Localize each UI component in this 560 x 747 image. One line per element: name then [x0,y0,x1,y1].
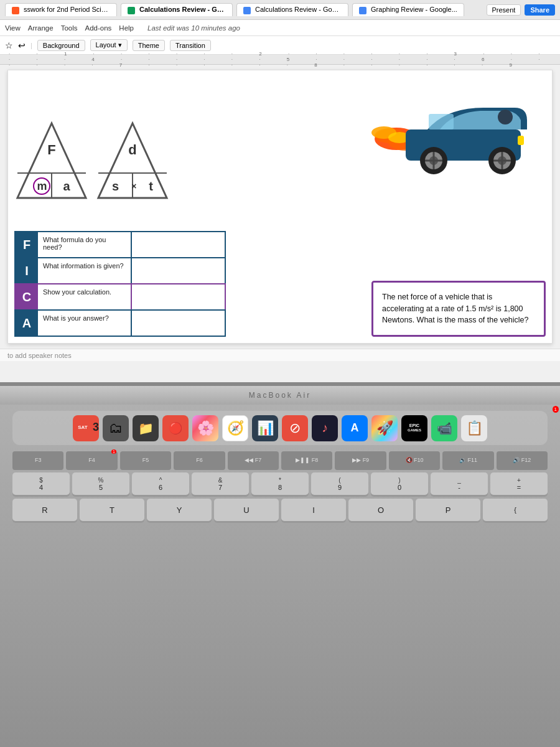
key-6-caret[interactable]: ^6 [132,472,189,495]
key-f10[interactable]: 🔇 F10 [389,451,440,469]
transition-button[interactable]: Transition [170,40,211,51]
menu-addons[interactable]: Add-ons [85,24,112,32]
tab-icon-calc2 [243,7,251,14]
key-f8[interactable]: ▶❚❚ F8 [281,451,332,469]
key-i[interactable]: I [281,499,346,521]
tab-graphing[interactable]: Graphing Review - Google... [352,3,464,16]
speaker-notes[interactable]: to add speaker notes [0,349,560,361]
key-u[interactable]: U [214,499,279,521]
dock-badge-app[interactable]: 🔴 [162,415,189,441]
theme-button[interactable]: Theme [133,40,165,51]
menu-view[interactable]: View [5,24,21,32]
fica-row-f: F What formula do you need? [14,231,226,257]
fica-desc-f: What formula do you need? [38,232,132,257]
dock-stats[interactable]: 📊 [252,415,278,441]
fica-answer-a[interactable] [132,311,225,336]
present-button[interactable]: Present [487,4,521,16]
key-f7[interactable]: ◀◀ F7 [228,451,279,469]
key-8-asterisk[interactable]: *8 [251,472,309,495]
layout-button[interactable]: Layout ▾ [90,39,128,51]
key-0-rparen[interactable]: )0 [371,472,428,495]
dock-calendar[interactable]: SAT3 [73,415,99,441]
problem-text: The net force of a vehicle that is accel… [382,293,529,325]
tri-a-label: a [63,177,70,195]
tri-top-d: d [128,142,136,158]
number-key-row: $4 %5 ^6 &7 *8 (9 )0 _- += [12,472,548,495]
key-4-dollar[interactable]: $4 [12,472,70,495]
dock-facetime[interactable]: 📹 [431,415,457,441]
key-f6[interactable]: F6 [174,451,225,469]
car-illustration [371,77,546,176]
key-o[interactable]: O [348,499,413,521]
tab-icon-homework [12,7,19,14]
tri-bottom-dst: s × t [112,177,153,195]
fica-answer-i[interactable] [132,258,225,283]
tab-homework[interactable]: sswork for 2nd Period Science 9:... [5,3,117,16]
dock-safari[interactable]: 🧭 [222,415,248,441]
dock-launchpad[interactable]: 🚀 [371,415,398,441]
dock-photos[interactable]: 🌸 [192,415,218,441]
key-5-percent[interactable]: %5 [72,472,129,495]
triangle-fma-labels: F m a [14,120,89,201]
fica-answer-f[interactable] [132,232,225,257]
key-lbrace[interactable]: { [483,499,548,521]
qwerty-row: R T Y U I O P { [12,499,548,521]
fica-letter-f: F [16,232,38,257]
background-button[interactable]: Background [37,40,85,51]
dock-music[interactable]: ♪ [312,415,338,441]
tab-calc-review-1[interactable]: Calculations Review - Google Slides [121,3,233,16]
tab-icon-graph [359,7,366,14]
menu-help[interactable]: Help [119,24,134,32]
key-9-lparen[interactable]: (9 [311,472,368,495]
key-t[interactable]: T [80,499,144,521]
fica-letter-a: A [16,311,38,336]
key-f12[interactable]: 🔊 F12 [497,451,548,469]
tri-times: × [131,177,136,195]
tab-calc-review-2[interactable]: Calculations Review - Google Slides [236,3,348,16]
tri-top-f: F [47,142,55,158]
function-key-row: F3 F41 F5 F6 ◀◀ F7 ▶❚❚ F8 ▶▶ F9 🔇 F10 🔉 … [12,451,548,469]
tab-icon-calc1 [128,7,135,14]
key-p[interactable]: P [416,499,480,521]
key-r[interactable]: R [12,499,77,521]
key-y[interactable]: Y [147,499,212,521]
dock-finder[interactable]: 🗂 [103,415,129,441]
dock-folder-badge[interactable]: 📁1 [133,415,159,441]
key-7-amp[interactable]: &7 [192,472,249,495]
key-minus[interactable]: _- [431,472,488,495]
dock-appstore[interactable]: A [342,415,368,441]
key-f4[interactable]: F41 [66,451,117,469]
triangle-dst-labels: d s × t [95,120,170,201]
toolbar-icon-star: ☆ [5,40,13,50]
key-f9[interactable]: ▶▶ F9 [335,451,386,469]
fica-desc-a: What is your answer? [38,311,132,336]
browser-tab-bar: sswork for 2nd Period Science 9:... Calc… [0,0,560,20]
fica-row-c: C Show your calculation. [14,283,226,309]
laptop-bezel: MacBook Air [0,386,560,405]
key-plus[interactable]: += [490,472,548,495]
fica-row-i: I What information is given? [14,257,226,283]
fica-answer-c[interactable] [132,284,225,309]
toolbar-divider: | [30,42,32,49]
menu-tools[interactable]: Tools [61,24,78,32]
menu-arrange[interactable]: Arrange [28,24,54,32]
keyboard-area: SAT3 🗂 📁1 🔴 🌸 🧭 📊 ⊘ ♪ A 🚀 EPICGAMES 📹 📋 … [0,405,560,747]
triangle-fma: F m a [14,120,89,201]
dock: SAT3 🗂 📁1 🔴 🌸 🧭 📊 ⊘ ♪ A 🚀 EPICGAMES 📹 📋 [12,411,548,445]
fica-row-a: A What is your answer? [14,309,226,337]
problem-box: The net force of a vehicle that is accel… [371,281,546,337]
dock-extra[interactable]: 📋 [461,415,487,441]
svg-rect-23 [518,136,524,145]
key-f5[interactable]: F5 [120,451,171,469]
toolbar-icon-undo: ↩ [18,40,26,50]
menu-bar: View Arrange Tools Add-ons Help Last edi… [0,20,560,36]
dock-no-sign[interactable]: ⊘ [282,415,308,441]
share-button[interactable]: Share [525,4,555,16]
macbook-label: MacBook Air [249,391,311,400]
key-f11[interactable]: 🔉 F11 [442,451,493,469]
dock-epic-games[interactable]: EPICGAMES [401,415,427,441]
svg-rect-12 [429,114,454,129]
fica-table: F What formula do you need? I What infor… [14,231,226,337]
key-f3[interactable]: F3 [12,451,63,469]
fica-desc-i: What information is given? [38,258,132,283]
